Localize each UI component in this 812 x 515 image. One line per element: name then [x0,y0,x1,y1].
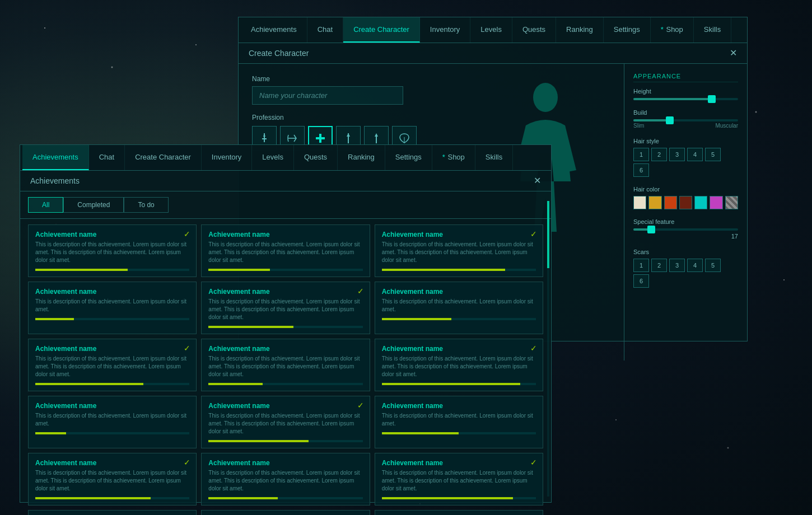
tab-chat[interactable]: Chat [89,145,125,170]
achievement-progress-bar [382,269,536,271]
achievement-name: Achievement name [35,231,189,238]
achievement-progress-fill [208,440,309,442]
achievements-close-button[interactable]: ✕ [534,176,541,185]
create-char-close-button[interactable]: ✕ [730,49,737,58]
achievement-card: ✓ Achievement name This is description o… [375,510,543,515]
scars-2[interactable]: 2 [651,259,667,272]
achievement-progress-fill [35,497,151,499]
achievement-progress-bar [35,318,189,320]
achievements-grid-container[interactable]: ✓ Achievement name This is description o… [20,219,551,515]
special-feature-slider[interactable] [633,228,738,231]
svg-point-23 [533,83,558,112]
achievement-checkmark: ✓ [357,401,364,410]
achievement-card: ✓ Achievement name This is description o… [375,339,543,391]
achievement-progress-bar [208,269,362,271]
hair-style-label: Hair style [633,138,738,144]
achievement-desc: This is description of this achievement.… [382,412,536,428]
tab-shop[interactable]: * Shop [432,145,475,170]
achievement-progress-fill [208,269,270,271]
achievement-name: Achievement name [208,402,362,410]
hair-style-6[interactable]: 6 [633,163,649,177]
achievement-desc: This is description of this achievement.… [382,241,536,264]
create-char-tab-bar: Achievements Chat Create Character Inven… [239,17,747,43]
height-label: Height [633,88,738,95]
hair-color-purple[interactable] [710,196,722,209]
hair-style-1[interactable]: 1 [633,148,649,161]
achievement-desc: This is description of this achievement.… [35,469,189,493]
svg-marker-15 [263,133,265,137]
svg-point-0 [44,27,45,29]
achievement-name: Achievement name [382,402,536,410]
achievement-name: Achievement name [382,345,536,353]
achievements-scrollbar [547,201,549,497]
tab-levels[interactable]: Levels [252,145,294,170]
appearance-section-title: Appearance [633,73,738,82]
hair-style-2[interactable]: 2 [651,148,667,161]
hair-style-4[interactable]: 4 [687,148,703,161]
achievement-progress-bar [35,383,189,385]
achievement-name: Achievement name [208,459,362,467]
hair-color-white[interactable] [633,196,646,209]
achievement-name: Achievement name [208,345,362,353]
achievement-progress-fill [382,432,459,434]
tab-settings-bg[interactable]: Settings [604,17,651,43]
tab-skills-bg[interactable]: Skills [694,17,731,43]
tab-chat-bg[interactable]: Chat [307,17,343,43]
filter-todo[interactable]: To do [124,197,168,213]
achievement-progress-bar [35,269,189,271]
scars-4[interactable]: 4 [687,259,703,272]
hair-style-3[interactable]: 3 [669,148,685,161]
tab-ranking[interactable]: Ranking [338,145,385,170]
hair-color-gray[interactable] [725,196,738,209]
achievement-card: ✓ Achievement name This is description o… [28,224,197,277]
hair-style-5[interactable]: 5 [705,148,721,161]
tab-levels-bg[interactable]: Levels [470,17,512,43]
achievement-progress-fill [208,326,293,328]
height-slider[interactable] [633,98,738,100]
hair-color-brown[interactable] [679,196,692,209]
scars-5[interactable]: 5 [705,259,721,272]
tab-shop-bg[interactable]: * Shop [651,17,694,43]
scars-options: 1 2 3 4 5 6 [633,259,738,288]
tab-inventory[interactable]: Inventory [202,145,252,170]
achievement-name: Achievement name [35,345,189,353]
hair-color-teal[interactable] [694,196,707,209]
svg-marker-21 [375,133,378,137]
tab-achievements-bg[interactable]: Achievements [241,17,307,43]
achievement-checkmark: ✓ [530,344,537,353]
build-slider[interactable] [633,119,738,121]
achievement-progress-fill [35,432,66,434]
tab-inventory-bg[interactable]: Inventory [420,17,470,43]
tab-quests[interactable]: Quests [294,145,338,170]
filter-completed[interactable]: Completed [63,197,124,213]
svg-rect-17 [316,137,325,139]
tab-quests-bg[interactable]: Quests [512,17,556,43]
tab-achievements[interactable]: Achievements [22,145,89,170]
character-name-input[interactable] [252,86,403,105]
scars-3[interactable]: 3 [669,259,685,272]
svg-marker-19 [347,133,350,137]
tab-create-character[interactable]: Create Character [125,145,202,170]
achievements-panel: Achievements Chat Create Character Inven… [20,144,552,503]
achievement-name: Achievement name [382,231,536,238]
tab-settings[interactable]: Settings [385,145,432,170]
achievement-progress-fill [35,383,143,385]
achievement-card: Achievement name This is description of … [375,282,543,334]
achievement-card: ✓ Achievement name This is description o… [375,224,543,277]
special-feature-value: 17 [633,233,738,240]
filter-all[interactable]: All [28,197,63,213]
hair-color-red[interactable] [664,196,677,209]
achievement-progress-fill [35,269,128,271]
achievement-card: ✓ Achievement name This is description o… [201,396,370,448]
hair-color-blonde[interactable] [648,196,661,209]
tab-ranking-bg[interactable]: Ranking [556,17,604,43]
appearance-sidebar: Appearance Height Build Slim Muscular [624,64,747,360]
tab-create-character-bg[interactable]: Create Character [343,17,420,43]
scars-1[interactable]: 1 [633,259,649,272]
scars-6[interactable]: 6 [633,274,649,288]
achievement-desc: This is description of this achievement.… [208,412,362,436]
tab-skills[interactable]: Skills [475,145,513,170]
achievement-card: Achievement name This is description of … [375,396,543,448]
create-char-title-bar: Create Character ✕ [239,43,747,64]
achievement-desc: This is description of this achievement.… [208,241,362,264]
